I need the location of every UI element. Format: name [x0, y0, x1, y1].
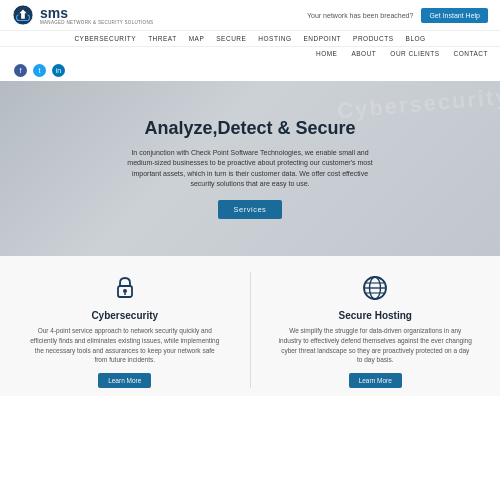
facebook-icon[interactable]: f [14, 64, 27, 77]
cybersecurity-icon [109, 272, 141, 304]
nav-home[interactable]: HOME [316, 50, 338, 57]
services-section: Cybersecurity Our 4-point service approa… [0, 256, 500, 396]
nav-blog[interactable]: BLOG [406, 35, 426, 42]
nav-our-clients[interactable]: OUR CLIENTS [390, 50, 439, 57]
secondary-nav: HOME ABOUT OUR CLIENTS CONTACT [0, 47, 500, 60]
twitter-icon[interactable]: t [33, 64, 46, 77]
network-message: Your network has been breached? [307, 12, 413, 19]
svg-point-2 [123, 289, 127, 293]
instant-help-button[interactable]: Get Instant Help [421, 8, 488, 23]
secure-hosting-title: Secure Hosting [339, 310, 412, 321]
service-divider [250, 272, 251, 388]
primary-nav: CYBERSECURITY THREAT MAP SECURE HOSTING … [0, 31, 500, 47]
nav-products[interactable]: PRODUCTS [353, 35, 393, 42]
hero-title: Analyze,Detect & Secure [120, 118, 380, 140]
hero-description: In conjunction with Check Point Software… [120, 148, 380, 190]
nav-secure[interactable]: SECURE [216, 35, 246, 42]
cybersecurity-title: Cybersecurity [91, 310, 158, 321]
top-bar-right: Your network has been breached? Get Inst… [307, 8, 488, 23]
nav-endpoint[interactable]: ENDPOINT [303, 35, 341, 42]
hero-section: Cybersecurity Analyze,Detect & Secure In… [0, 81, 500, 256]
logo-icon [12, 4, 34, 26]
logo-text-block: sms MANAGED NETWORK & SECURITY SOLUTIONS [40, 6, 153, 25]
logo-subtitle: MANAGED NETWORK & SECURITY SOLUTIONS [40, 20, 153, 25]
hero-content: Analyze,Detect & Secure In conjunction w… [90, 118, 410, 219]
nav-about[interactable]: ABOUT [351, 50, 376, 57]
secure-hosting-learn-more-button[interactable]: Learn More [349, 373, 402, 388]
linkedin-icon[interactable]: in [52, 64, 65, 77]
service-card-hosting: Secure Hosting We simplify the struggle … [271, 272, 481, 388]
nav-hosting[interactable]: HOSTING [258, 35, 291, 42]
services-button[interactable]: Services [218, 200, 283, 219]
nav-map[interactable]: MAP [189, 35, 205, 42]
nav-cybersecurity[interactable]: CYBERSECURITY [74, 35, 136, 42]
logo-name: sms [40, 6, 153, 20]
top-bar: sms MANAGED NETWORK & SECURITY SOLUTIONS… [0, 0, 500, 31]
cybersecurity-learn-more-button[interactable]: Learn More [98, 373, 151, 388]
nav-contact[interactable]: CONTACT [454, 50, 488, 57]
secure-hosting-desc: We simplify the struggle for data-driven… [279, 326, 473, 365]
secure-hosting-icon [359, 272, 391, 304]
nav-threat[interactable]: THREAT [148, 35, 177, 42]
social-bar: f t in [0, 60, 500, 81]
service-card-cybersecurity: Cybersecurity Our 4-point service approa… [20, 272, 230, 388]
logo-area: sms MANAGED NETWORK & SECURITY SOLUTIONS [12, 4, 153, 26]
cybersecurity-desc: Our 4-point service approach to network … [28, 326, 222, 365]
